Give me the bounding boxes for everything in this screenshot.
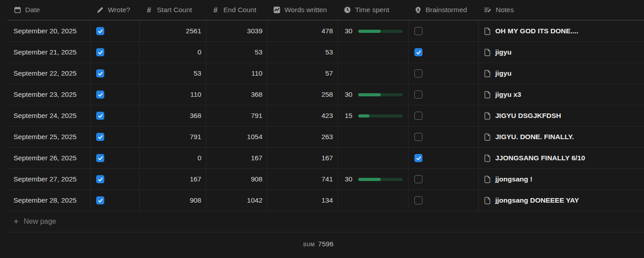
time-spent-cell[interactable]: 30 <box>338 169 409 190</box>
brainstormed-checkbox[interactable] <box>414 112 422 120</box>
notes-cell[interactable]: jigyu <box>479 63 644 84</box>
time-spent-cell[interactable] <box>338 127 409 147</box>
wrote-checkbox[interactable] <box>96 69 104 77</box>
brainstormed-checkbox[interactable] <box>414 48 422 56</box>
end-count-cell[interactable]: 53 <box>206 42 267 63</box>
notes-cell[interactable]: JIGYU DSGJKFDSH <box>479 105 644 126</box>
wrote-checkbox[interactable] <box>96 154 104 162</box>
end-count-cell[interactable]: 1042 <box>206 190 267 211</box>
start-count-cell[interactable]: 110 <box>140 84 206 105</box>
end-count-cell[interactable]: 791 <box>206 105 267 126</box>
column-header-date[interactable]: Date <box>8 0 91 20</box>
end-count-cell[interactable]: 1054 <box>206 127 267 147</box>
end-count-cell[interactable]: 3039 <box>206 21 267 41</box>
brainstormed-cell[interactable] <box>409 105 479 126</box>
start-count-cell[interactable]: 368 <box>140 105 206 126</box>
date-cell[interactable]: September 20, 2025 <box>8 21 91 41</box>
wrote-checkbox[interactable] <box>96 112 104 120</box>
wrote-cell[interactable] <box>91 190 140 211</box>
wrote-cell[interactable] <box>91 105 140 126</box>
notes-cell[interactable]: JIGYU. DONE. FINALLY. <box>479 127 644 147</box>
start-count-cell[interactable]: 2561 <box>140 21 206 41</box>
wrote-checkbox[interactable] <box>96 27 104 35</box>
wrote-cell[interactable] <box>91 169 140 190</box>
words-written-cell[interactable]: 741 <box>267 169 338 190</box>
date-cell[interactable]: September 26, 2025 <box>8 148 91 168</box>
wrote-checkbox[interactable] <box>96 48 104 56</box>
notes-cell[interactable]: jigyu <box>479 42 644 63</box>
brainstormed-cell[interactable] <box>409 148 479 168</box>
start-count-cell[interactable]: 791 <box>140 127 206 147</box>
words-written-cell[interactable]: 134 <box>267 190 338 211</box>
time-spent-cell[interactable] <box>338 63 409 84</box>
end-count-cell[interactable]: 110 <box>206 63 267 84</box>
wrote-cell[interactable] <box>91 42 140 63</box>
brainstormed-cell[interactable] <box>409 63 479 84</box>
column-header-words-written[interactable]: Words written <box>267 0 338 20</box>
brainstormed-cell[interactable] <box>409 190 479 211</box>
brainstormed-cell[interactable] <box>409 127 479 147</box>
time-spent-cell[interactable]: 15 <box>338 105 409 126</box>
column-header-wrote[interactable]: Wrote? <box>91 0 140 20</box>
words-written-sum[interactable]: SUM 7596 <box>8 240 338 248</box>
brainstormed-cell[interactable] <box>409 21 479 41</box>
words-written-cell[interactable]: 258 <box>267 84 338 105</box>
brainstormed-cell[interactable] <box>409 42 479 63</box>
brainstormed-checkbox[interactable] <box>414 175 422 183</box>
wrote-cell[interactable] <box>91 21 140 41</box>
date-cell[interactable]: September 24, 2025 <box>8 105 91 126</box>
notes-cell[interactable]: JJONGSANG FINALLY 6/10 <box>479 148 644 168</box>
start-count-cell[interactable]: 53 <box>140 63 206 84</box>
column-header-brainstormed[interactable]: Brainstormed <box>409 0 479 20</box>
column-header-time-spent[interactable]: Time spent <box>338 0 409 20</box>
brainstormed-checkbox[interactable] <box>414 27 422 35</box>
notes-cell[interactable]: jigyu x3 <box>479 84 644 105</box>
wrote-cell[interactable] <box>91 127 140 147</box>
start-count-cell[interactable]: 0 <box>140 42 206 63</box>
brainstormed-cell[interactable] <box>409 84 479 105</box>
start-count-cell[interactable]: 0 <box>140 148 206 168</box>
brainstormed-checkbox[interactable] <box>414 196 422 204</box>
words-written-cell[interactable]: 167 <box>267 148 338 168</box>
wrote-cell[interactable] <box>91 148 140 168</box>
notes-cell[interactable]: jjongsang ! <box>479 169 644 190</box>
time-spent-cell[interactable] <box>338 42 409 63</box>
wrote-cell[interactable] <box>91 63 140 84</box>
words-written-cell[interactable]: 478 <box>267 21 338 41</box>
wrote-checkbox[interactable] <box>96 91 104 99</box>
date-cell[interactable]: September 27, 2025 <box>8 169 91 190</box>
time-spent-cell[interactable] <box>338 148 409 168</box>
time-spent-cell[interactable]: 30 <box>338 84 409 105</box>
column-header-end-count[interactable]: # End Count <box>206 0 267 20</box>
end-count-cell[interactable]: 368 <box>206 84 267 105</box>
brainstormed-checkbox[interactable] <box>414 91 422 99</box>
wrote-cell[interactable] <box>91 84 140 105</box>
brainstormed-checkbox[interactable] <box>414 154 422 162</box>
brainstormed-checkbox[interactable] <box>414 133 422 141</box>
new-page-button[interactable]: + New page <box>8 211 644 232</box>
date-cell[interactable]: September 21, 2025 <box>8 42 91 63</box>
words-written-cell[interactable]: 263 <box>267 127 338 147</box>
end-count-cell[interactable]: 167 <box>206 148 267 168</box>
words-written-cell[interactable]: 53 <box>267 42 338 63</box>
words-written-cell[interactable]: 57 <box>267 63 338 84</box>
notes-cell[interactable]: OH MY GOD ITS DONE.... <box>479 21 644 41</box>
wrote-checkbox[interactable] <box>96 196 104 204</box>
brainstormed-cell[interactable] <box>409 169 479 190</box>
date-cell[interactable]: September 28, 2025 <box>8 190 91 211</box>
time-spent-cell[interactable] <box>338 190 409 211</box>
end-count-cell[interactable]: 908 <box>206 169 267 190</box>
start-count-cell[interactable]: 908 <box>140 190 206 211</box>
notes-cell[interactable]: jjongsang DONEEEE YAY <box>479 190 644 211</box>
column-header-start-count[interactable]: # Start Count <box>140 0 206 20</box>
column-header-notes[interactable]: Notes <box>479 0 644 20</box>
time-spent-cell[interactable]: 30 <box>338 21 409 41</box>
wrote-checkbox[interactable] <box>96 175 104 183</box>
date-cell[interactable]: September 22, 2025 <box>8 63 91 84</box>
words-written-cell[interactable]: 423 <box>267 105 338 126</box>
date-cell[interactable]: September 25, 2025 <box>8 127 91 147</box>
wrote-checkbox[interactable] <box>96 133 104 141</box>
brainstormed-checkbox[interactable] <box>414 69 422 77</box>
start-count-cell[interactable]: 167 <box>140 169 206 190</box>
date-cell[interactable]: September 23, 2025 <box>8 84 91 105</box>
